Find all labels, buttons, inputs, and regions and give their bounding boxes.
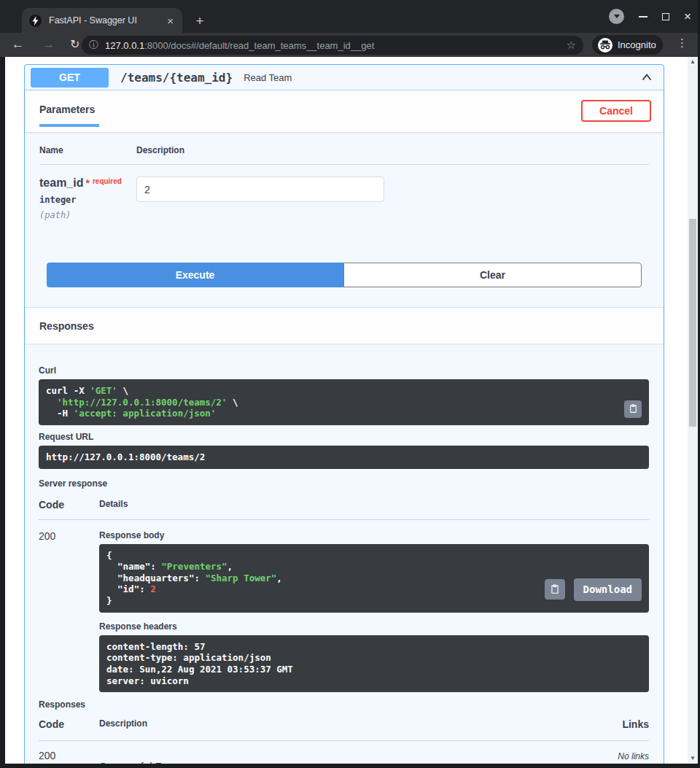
incognito-label: Incognito xyxy=(618,39,656,50)
response-body-label: Response body xyxy=(99,530,649,540)
opblock-get-team: GET /teams/{team_id} Read Team Parameter… xyxy=(24,64,664,764)
curl-command-block: curl -X 'GET' \ 'http://127.0.0.1:8000/t… xyxy=(39,379,649,425)
parameter-name: team_id*required xyxy=(39,177,136,190)
execute-button[interactable]: Execute xyxy=(47,263,343,287)
column-header-details: Details xyxy=(99,499,128,511)
parameter-row: team_id*required integer (path) xyxy=(39,165,649,250)
browser-update-icon[interactable] xyxy=(609,9,624,24)
response-status-code: 200 xyxy=(39,530,99,693)
column-header-description: Description xyxy=(99,718,622,730)
curl-command: curl -X 'GET' \ 'http://127.0.0.1:8000/t… xyxy=(46,385,238,419)
back-button[interactable]: ← xyxy=(12,35,24,54)
url-host: 127.0.0.1 xyxy=(105,40,144,51)
url-text: 127.0.0.1:8000/docs#/default/read_team_t… xyxy=(105,40,567,51)
minimize-button[interactable] xyxy=(639,16,648,18)
request-url-label: Request URL xyxy=(39,432,649,442)
site-info-icon[interactable]: ⓘ xyxy=(89,39,98,52)
collapse-arrow-icon[interactable] xyxy=(640,71,653,84)
url-bar[interactable]: ⓘ 127.0.0.1:8000/docs#/default/read_team… xyxy=(82,36,583,55)
parameters-table-header: Name Description xyxy=(39,145,649,165)
http-method-badge: GET xyxy=(31,68,109,88)
endpoint-summary: Read Team xyxy=(244,72,292,83)
response-body-block: { "name": "Preventers", "headquarters": … xyxy=(99,544,649,613)
request-url: http://127.0.0.1:8000/teams/2 xyxy=(46,451,205,462)
scroll-down-icon[interactable]: ▼ xyxy=(688,753,698,764)
response-headers: content-length: 57 content-type: applica… xyxy=(106,641,293,686)
incognito-icon xyxy=(598,38,612,53)
responses-section-title: Responses xyxy=(39,320,94,332)
endpoint-path: /teams/{team_id} xyxy=(120,71,233,85)
curl-label: Curl xyxy=(39,365,649,376)
team-id-input[interactable] xyxy=(136,177,384,202)
reload-button[interactable]: ↻ xyxy=(70,35,79,54)
responses-table-title: Responses xyxy=(39,699,649,710)
copy-response-button[interactable] xyxy=(545,579,565,600)
parameters-tab: Parameters xyxy=(39,104,99,127)
browser-tab[interactable]: FastAPI - Swagger UI × xyxy=(22,8,182,33)
url-path: :8000/docs#/default/read_team_teams__tea… xyxy=(144,40,374,51)
parameters-body: Name Description team_id*required intege… xyxy=(25,132,664,307)
incognito-badge: Incognito xyxy=(592,35,663,55)
response-code: 200 xyxy=(39,750,99,764)
page-scrollbar[interactable]: ▲ ▼ xyxy=(688,57,698,764)
responses-table-header: Code Description Links xyxy=(39,718,649,741)
clear-button[interactable]: Clear xyxy=(343,263,642,287)
response-links: No links xyxy=(618,750,649,764)
server-response-table-header: Code Details xyxy=(39,499,649,520)
responses-body: Curl curl -X 'GET' \ 'http://127.0.0.1:8… xyxy=(25,344,664,764)
request-url-block: http://127.0.0.1:8000/teams/2 xyxy=(39,446,649,469)
parameter-type: integer xyxy=(39,195,136,205)
server-response-label: Server response xyxy=(39,478,649,489)
column-header-name: Name xyxy=(39,145,136,155)
browser-menu-icon[interactable]: ⋮ xyxy=(677,36,688,50)
bookmark-star-icon[interactable]: ☆ xyxy=(567,39,576,52)
forward-button[interactable]: → xyxy=(42,35,55,54)
close-window-button[interactable]: × xyxy=(684,10,691,23)
cancel-button[interactable]: Cancel xyxy=(581,100,651,122)
swagger-page: GET /teams/{team_id} Read Team Parameter… xyxy=(5,57,688,764)
tab-close-icon[interactable]: × xyxy=(166,15,175,26)
column-header-code: Code xyxy=(39,499,99,511)
column-header-description: Description xyxy=(136,145,184,155)
scrollbar-thumb[interactable] xyxy=(689,219,696,427)
new-tab-button[interactable]: + xyxy=(192,14,207,28)
responses-header: Responses xyxy=(25,307,664,344)
clipboard-icon xyxy=(550,584,560,594)
copy-curl-button[interactable] xyxy=(624,400,642,418)
clipboard-icon xyxy=(629,404,638,414)
tab-title: FastAPI - Swagger UI xyxy=(49,15,166,26)
required-label: required xyxy=(93,177,122,185)
response-headers-label: Response headers xyxy=(99,621,649,632)
window-controls: × xyxy=(609,0,691,33)
table-row: 200 Successful Response No links xyxy=(39,741,649,764)
maximize-button[interactable] xyxy=(662,13,669,20)
opblock-summary[interactable]: GET /teams/{team_id} Read Team xyxy=(25,65,664,90)
scroll-up-icon[interactable]: ▲ xyxy=(688,57,698,67)
fastapi-favicon-icon xyxy=(29,15,42,27)
response-headers-block: content-length: 57 content-type: applica… xyxy=(99,635,649,693)
execute-button-group: Execute Clear xyxy=(39,250,649,307)
browser-toolbar: ← → ↻ ⓘ 127.0.0.1:8000/docs#/default/rea… xyxy=(0,33,700,57)
parameter-location: (path) xyxy=(39,210,136,220)
parameters-header: Parameters Cancel xyxy=(25,90,664,132)
required-star: * xyxy=(85,177,89,189)
download-button[interactable]: Download xyxy=(574,578,642,601)
column-header-links: Links xyxy=(622,718,649,730)
server-response-row: 200 Response body { "name": "Preventers"… xyxy=(39,520,649,693)
column-header-code: Code xyxy=(39,718,99,730)
browser-titlebar: FastAPI - Swagger UI × + × xyxy=(0,0,700,33)
response-description: Successful Response xyxy=(99,750,618,764)
